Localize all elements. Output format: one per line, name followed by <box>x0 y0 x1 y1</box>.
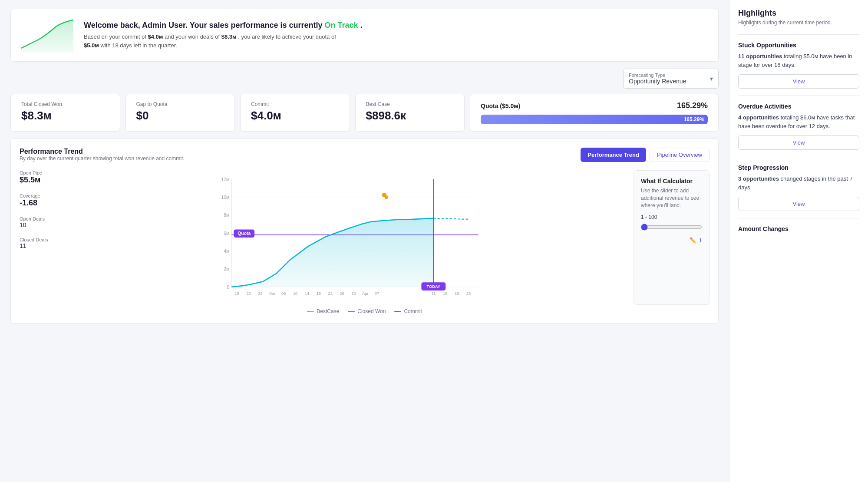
legend-commit-dot <box>394 311 401 312</box>
svg-text:23: 23 <box>466 291 471 296</box>
what-if-calculator: What If Calculator Use the slider to add… <box>634 170 710 305</box>
logo-chart <box>21 18 73 53</box>
legend-bestcase: BestCase <box>307 308 339 314</box>
svg-text:06: 06 <box>281 291 286 296</box>
legend-commit: Commit <box>394 308 422 314</box>
performance-trend-card: Performance Trend By day over the curren… <box>10 139 719 324</box>
svg-text:14: 14 <box>305 291 309 296</box>
highlights-sidebar: Highlights Highlights during the current… <box>729 0 868 482</box>
stat-open-pipe: Open Pipe $5.5м <box>20 170 63 185</box>
stat-commit: Commit $4.0м <box>240 94 350 132</box>
svg-text:22: 22 <box>246 291 251 296</box>
quota-progress-fill: 165.29% <box>481 115 708 124</box>
forecasting-value: Opportunity Revenue <box>629 78 703 85</box>
legend-bestcase-dot <box>307 311 314 312</box>
svg-text:10: 10 <box>293 291 297 296</box>
step-progression-view-btn[interactable]: View <box>738 197 859 211</box>
step-progression-text: 3 opportunities changed stages in the pa… <box>738 175 859 191</box>
chart-tabs: Performance Trend Pipeline Overview <box>581 148 710 162</box>
stuck-opportunities-section: Stuck Opportunities 11 opportunities tot… <box>738 34 859 96</box>
svg-text:18: 18 <box>235 291 239 296</box>
stuck-opportunities-text: 11 opportunities totaling $5.0м have bee… <box>738 52 859 69</box>
what-if-slider[interactable] <box>641 224 702 231</box>
step-progression-section: Step Progression 3 opportunities changed… <box>738 157 859 218</box>
overdue-activities-section: Overdue Activities 4 opportunities total… <box>738 96 859 157</box>
svg-point-22 <box>385 195 388 199</box>
svg-text:30: 30 <box>351 291 356 296</box>
welcome-heading: Welcome back, Admin User. Your sales per… <box>84 21 363 30</box>
svg-text:07: 07 <box>375 291 379 296</box>
forecasting-select-wrapper[interactable]: Forecasting Type Opportunity Revenue ▾ <box>623 69 719 89</box>
chart-body: Open Pipe $5.5м Coverage -1.68 Open Deal… <box>20 170 710 305</box>
svg-text:10м: 10м <box>221 195 230 200</box>
performance-chart-svg: 12м 10м 8м 6м 4м 2м 0 Quota <box>70 170 627 305</box>
svg-text:26: 26 <box>258 291 262 296</box>
stat-best-case: Best Case $898.6к <box>355 94 465 132</box>
what-if-slider-wrapper[interactable] <box>641 224 702 232</box>
svg-text:4м: 4м <box>224 249 229 254</box>
svg-text:19: 19 <box>455 291 459 296</box>
svg-text:18: 18 <box>317 291 321 296</box>
quota-card: Quota ($5.0м) 165.29% 165.29% <box>470 94 719 132</box>
svg-text:6м: 6м <box>224 231 229 236</box>
chart-legend: BestCase Closed Won Commit <box>20 308 710 314</box>
quota-progress-bar: 165.29% <box>481 115 708 124</box>
forecasting-row: Forecasting Type Opportunity Revenue ▾ <box>10 69 719 89</box>
svg-text:11: 11 <box>431 291 436 296</box>
forecasting-type-label: Forecasting Type <box>629 73 703 78</box>
stats-left-group: Total Closed Won $8.3м Gap to Quota $0 C… <box>10 94 465 132</box>
chart-left-stats: Open Pipe $5.5м Coverage -1.68 Open Deal… <box>20 170 63 305</box>
overdue-activities-text: 4 opportunities totaling $6.0м have task… <box>738 113 859 130</box>
svg-text:2м: 2м <box>224 267 229 271</box>
svg-text:15: 15 <box>443 291 447 296</box>
legend-closedwon-dot <box>348 311 355 312</box>
chart-svg-area: 12м 10м 8м 6м 4м 2м 0 Quota <box>70 170 627 305</box>
chart-header: Performance Trend By day over the curren… <box>20 148 710 168</box>
stat-closed-deals: Closed Deals 11 <box>20 237 63 249</box>
svg-text:Quota: Quota <box>238 231 251 236</box>
quota-header: Quota ($5.0м) 165.29% <box>481 101 708 110</box>
stuck-opportunities-view-btn[interactable]: View <box>738 74 859 89</box>
legend-closed-won: Closed Won <box>348 308 386 314</box>
svg-text:12м: 12м <box>221 177 230 182</box>
chevron-down-icon: ▾ <box>710 75 713 82</box>
chart-title-group: Performance Trend By day over the curren… <box>20 148 185 168</box>
svg-text:26: 26 <box>340 291 344 296</box>
tab-performance-trend[interactable]: Performance Trend <box>581 148 646 162</box>
svg-text:22: 22 <box>328 291 333 296</box>
tab-pipeline-overview[interactable]: Pipeline Overview <box>650 148 710 162</box>
overdue-activities-view-btn[interactable]: View <box>738 135 859 150</box>
svg-text:Apr: Apr <box>362 291 368 296</box>
header-text: Welcome back, Admin User. Your sales per… <box>84 21 363 50</box>
svg-text:Mar: Mar <box>268 291 275 296</box>
stat-total-closed-won: Total Closed Won $8.3м <box>10 94 120 132</box>
what-if-edit[interactable]: ✏️ 1 <box>641 237 702 244</box>
header-card: Welcome back, Admin User. Your sales per… <box>10 9 719 62</box>
svg-text:TODAY: TODAY <box>427 284 441 289</box>
pencil-icon: ✏️ <box>690 237 696 244</box>
header-description: Based on your commit of $4.0м and your w… <box>84 33 363 50</box>
stat-open-deals: Open Deals 10 <box>20 216 63 228</box>
amount-changes-section: Amount Changes <box>738 218 859 243</box>
stats-row: Total Closed Won $8.3м Gap to Quota $0 C… <box>10 94 719 132</box>
stat-gap-to-quota: Gap to Quota $0 <box>125 94 235 132</box>
stat-coverage: Coverage -1.68 <box>20 193 63 208</box>
svg-text:8м: 8м <box>224 213 229 218</box>
svg-text:0: 0 <box>227 285 229 290</box>
